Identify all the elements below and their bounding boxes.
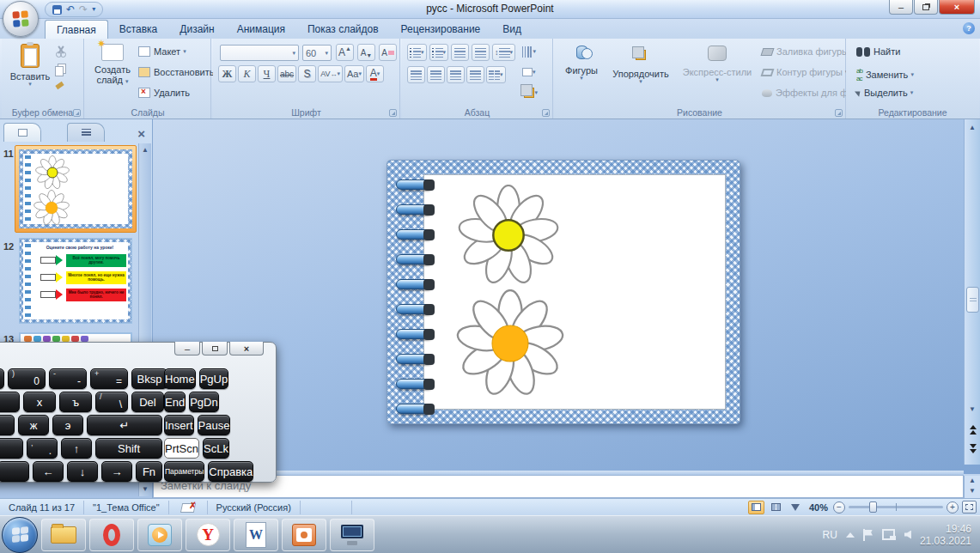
slide-sorter-button[interactable] (768, 501, 784, 514)
tab-Главная[interactable]: Главная (45, 20, 108, 39)
align-left-button[interactable] (407, 66, 425, 83)
qat-customize-icon[interactable]: ▾ (92, 6, 95, 13)
key-↑[interactable]: ↑ (61, 438, 92, 459)
key-←[interactable]: ← (33, 461, 64, 482)
key-Параметры[interactable]: Параметры (164, 461, 204, 482)
font-size-combo[interactable]: 60▾ (302, 45, 332, 61)
key-Shift[interactable]: Shift (95, 438, 162, 459)
columns-button[interactable]: ▾ (486, 66, 506, 83)
theme-name[interactable]: "1_Тема Office" (84, 501, 169, 514)
copy-icon[interactable] (55, 66, 64, 76)
scroll-down-icon[interactable]: ▼ (965, 486, 980, 496)
tab-outline[interactable] (67, 123, 105, 142)
key-х[interactable]: х (23, 392, 56, 412)
increase-indent-button[interactable] (472, 44, 490, 61)
paste-button[interactable]: Вставить ▾ (9, 44, 52, 87)
decrease-indent-button[interactable] (451, 44, 469, 61)
next-slide-button[interactable] (966, 441, 979, 456)
speaker-icon[interactable] (904, 531, 911, 539)
key-ж[interactable]: ж (18, 415, 49, 435)
daisy-orange-center[interactable] (456, 289, 564, 398)
text-shadow-button[interactable]: S (298, 65, 316, 82)
reset-slide-button[interactable]: Восстановить (138, 67, 214, 77)
key-PgUp[interactable]: PgUp (199, 368, 229, 389)
minimize-button[interactable]: – (889, 0, 913, 15)
tab-Показ слайдов[interactable]: Показ слайдов (296, 20, 390, 39)
show-hidden-icons-icon[interactable] (846, 532, 855, 538)
spelling-status[interactable] (169, 501, 208, 514)
font-name-combo[interactable]: ▾ (220, 45, 299, 61)
bold-button[interactable]: Ж (218, 65, 236, 82)
font-dialog-launcher[interactable] (389, 109, 397, 117)
zoom-level[interactable]: 40% (809, 502, 828, 513)
taskbar-explorer-button[interactable] (41, 519, 86, 551)
align-right-button[interactable] (447, 66, 465, 83)
scroll-up-icon[interactable]: ▲ (965, 121, 979, 134)
replace-button[interactable]: abac Заменить ▾ (856, 67, 914, 82)
justify-button[interactable] (466, 66, 484, 83)
save-icon[interactable] (52, 5, 62, 15)
taskbar-opera-button[interactable] (89, 519, 134, 551)
scroll-up-icon[interactable]: ▲ (965, 476, 980, 486)
numbering-button[interactable]: ▾ (429, 44, 449, 61)
paragraph-dialog-launcher[interactable] (542, 109, 550, 117)
tab-Анимация[interactable]: Анимация (226, 20, 296, 39)
keyboard-language-indicator[interactable]: RU (823, 529, 837, 541)
taskbar-yandex-button[interactable]: Y (186, 519, 230, 551)
key-Del[interactable]: Del (131, 392, 164, 412)
key-↵[interactable]: ↵ (87, 415, 162, 435)
key-\[interactable]: /\ (95, 392, 128, 412)
restore-button[interactable] (914, 0, 938, 15)
italic-button[interactable]: К (238, 65, 256, 82)
key-Insert[interactable]: Insert (164, 415, 194, 435)
smartart-button[interactable]: ▾ (517, 84, 540, 101)
key-Справка[interactable]: Справка (208, 461, 253, 482)
key-э[interactable]: э (52, 415, 83, 435)
taskbar-osk-button[interactable] (330, 519, 374, 551)
shapes-button[interactable]: Фигуры ▾ (561, 46, 602, 81)
quick-styles-button[interactable]: Экспресс-стили ▾ (679, 46, 755, 82)
key-=[interactable]: += (90, 368, 128, 389)
key-ScLk[interactable]: ScLk (203, 438, 229, 459)
notes-scrollbar[interactable]: ▲ ▼ (964, 476, 980, 498)
key-partial[interactable] (0, 392, 20, 412)
cut-icon[interactable] (55, 46, 67, 58)
change-case-button[interactable]: Aa▾ (344, 65, 364, 82)
scroll-up-icon[interactable]: ▲ (140, 145, 150, 155)
align-text-button[interactable]: ▾ (517, 64, 540, 81)
tab-Вставка[interactable]: Вставка (108, 20, 169, 39)
slideshow-button[interactable] (788, 501, 804, 514)
key-partial[interactable] (0, 461, 29, 482)
thumbnail-slide-11-selected[interactable] (15, 145, 137, 233)
network-icon[interactable] (882, 529, 896, 540)
new-slide-button[interactable]: Создать слайд ▾ (90, 44, 135, 85)
tab-Вид[interactable]: Вид (491, 20, 533, 39)
daisy-yellow-center[interactable] (458, 185, 559, 286)
key-partial[interactable] (0, 415, 15, 435)
key-→[interactable]: → (101, 461, 132, 482)
bullets-button[interactable]: ▾ (407, 44, 427, 61)
panel-close-icon[interactable]: × (137, 126, 145, 142)
osk-restore-button[interactable] (202, 342, 228, 356)
zoom-slider[interactable] (849, 506, 943, 508)
key-Fn[interactable]: Fn (136, 461, 162, 482)
thumbnail-slide-12[interactable]: Оцените свою работу на уроке! Всё понял,… (19, 238, 132, 324)
taskbar-powerpoint-button[interactable] (282, 519, 326, 551)
normal-view-button[interactable] (748, 501, 764, 514)
key-Bksp[interactable]: Bksp (131, 368, 167, 389)
shape-fill-button[interactable]: Заливка фигуры ▾ (762, 46, 855, 57)
tab-Дизайн[interactable]: Дизайн (168, 20, 225, 39)
drawing-dialog-launcher[interactable] (835, 109, 843, 117)
shrink-font-button[interactable]: A▼ (357, 44, 375, 61)
taskbar-media-player-button[interactable] (137, 519, 182, 551)
key-PgDn[interactable]: PgDn (189, 392, 219, 412)
clipboard-dialog-launcher[interactable] (73, 109, 81, 117)
redo-icon[interactable]: ↷ (79, 4, 88, 15)
office-button[interactable] (3, 1, 39, 37)
vertical-scrollbar[interactable]: ▲ ▼ (964, 119, 980, 465)
tab-slides-thumbnails[interactable] (3, 123, 41, 142)
key-0[interactable]: )0 (8, 368, 46, 389)
start-button[interactable] (2, 517, 38, 553)
help-icon[interactable]: ? (963, 22, 975, 34)
tab-Рецензирование[interactable]: Рецензирование (390, 20, 492, 39)
